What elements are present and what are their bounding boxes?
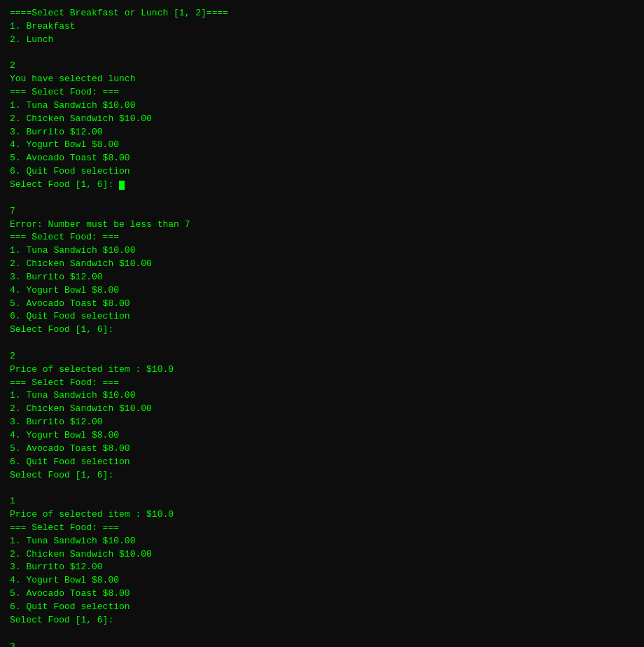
terminal-cursor [119, 181, 125, 190]
terminal-output: ====Select Breakfast or Lunch [1, 2]====… [10, 7, 634, 647]
